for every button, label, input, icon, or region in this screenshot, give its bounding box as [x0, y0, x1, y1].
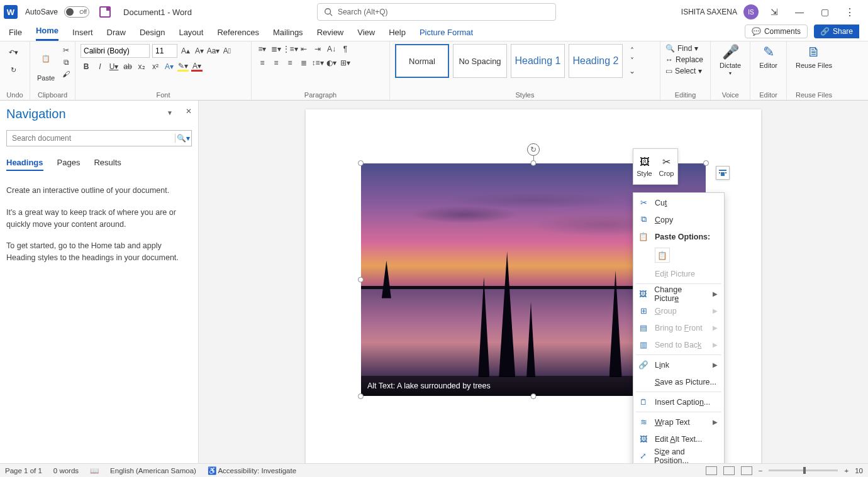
cut-button[interactable]: ✂	[60, 45, 72, 55]
ctx-link[interactable]: 🔗Link▶	[633, 356, 724, 373]
status-accessibility[interactable]: ♿ Accessibility: Investigate	[208, 466, 296, 475]
grow-font-button[interactable]: A▴	[180, 46, 191, 56]
select-button[interactable]: ▭ Select ▾	[665, 67, 703, 75]
bullets-button[interactable]: ≡▾	[257, 44, 268, 54]
share-button[interactable]: 🔗 Share	[814, 25, 859, 38]
view-print-icon[interactable]	[723, 466, 735, 475]
copy-button[interactable]: ⧉	[60, 57, 72, 67]
tab-mailings[interactable]: Mailings	[273, 28, 303, 41]
superscript-button[interactable]: x²	[150, 62, 161, 72]
clear-format-button[interactable]: A⃠	[221, 46, 233, 56]
status-page[interactable]: Page 1 of 1	[5, 467, 42, 474]
view-web-icon[interactable]	[741, 466, 752, 475]
ribbon-mode-icon[interactable]: ⇲	[765, 7, 784, 17]
tab-references[interactable]: References	[217, 28, 259, 41]
styles-expand[interactable]: ⌄	[626, 66, 638, 76]
format-painter-button[interactable]: 🖌	[60, 69, 72, 79]
tab-file[interactable]: File	[9, 28, 22, 41]
ctx-cut[interactable]: ✂Cut	[633, 194, 724, 211]
resize-handle-b[interactable]	[531, 393, 537, 399]
resize-handle-tl[interactable]	[358, 160, 364, 166]
save-icon[interactable]	[99, 6, 111, 18]
undo-button[interactable]: ↶▾	[5, 44, 21, 60]
style-nospacing[interactable]: No Spacing	[453, 44, 507, 78]
subscript-button[interactable]: x₂	[136, 62, 147, 72]
find-button[interactable]: 🔍 Find ▾	[665, 44, 703, 53]
tab-picture-format[interactable]: Picture Format	[420, 28, 473, 41]
style-heading1[interactable]: Heading 1	[511, 44, 565, 78]
italic-button[interactable]: I	[94, 62, 106, 72]
show-marks-button[interactable]: ¶	[340, 44, 351, 54]
tab-view[interactable]: View	[357, 28, 375, 41]
borders-button[interactable]: ⊞▾	[340, 58, 351, 68]
ctx-size-position[interactable]: ⤢Size and Position...	[633, 447, 724, 463]
strike-button[interactable]: ab	[122, 62, 133, 72]
tab-layout[interactable]: Layout	[179, 28, 203, 41]
nav-search-button[interactable]: 🔍▾	[175, 134, 191, 143]
numbering-button[interactable]: ≣▾	[270, 44, 282, 54]
editor-button[interactable]: ✎Editor	[755, 44, 781, 69]
ctx-wrap-text[interactable]: ≋Wrap Text▶	[633, 414, 724, 430]
inc-indent-button[interactable]: ⇥	[312, 44, 323, 54]
align-right-button[interactable]: ≡	[284, 58, 296, 68]
ctx-change-picture[interactable]: 🖼Change Picture▶	[633, 285, 724, 302]
tab-draw[interactable]: Draw	[107, 28, 126, 41]
style-normal[interactable]: Normal	[395, 44, 449, 78]
layout-options-button[interactable]	[716, 166, 730, 180]
zoom-out-button[interactable]: −	[759, 467, 763, 474]
zoom-level[interactable]: 10	[855, 467, 863, 474]
bold-button[interactable]: B	[81, 62, 92, 72]
style-heading2[interactable]: Heading 2	[569, 44, 623, 78]
highlight-button[interactable]: ✎▾	[177, 62, 189, 72]
navigation-close-icon[interactable]: ✕	[186, 107, 192, 116]
resize-handle-t[interactable]	[531, 160, 537, 166]
font-name-select[interactable]	[81, 44, 150, 58]
view-focus-icon[interactable]	[706, 466, 717, 475]
resize-handle-tr[interactable]	[703, 160, 709, 166]
ctx-save-as-picture[interactable]: Save as Picture...	[633, 373, 724, 390]
comments-button[interactable]: 💬 Comments	[745, 25, 808, 38]
replace-button[interactable]: ↔ Replace	[665, 55, 703, 64]
status-language[interactable]: English (American Samoa)	[110, 467, 196, 474]
underline-button[interactable]: U▾	[108, 62, 120, 72]
paste-button[interactable]: 📋	[35, 44, 57, 73]
sort-button[interactable]: A↓	[326, 44, 337, 54]
nav-tab-results[interactable]: Results	[94, 158, 121, 171]
mini-style-button[interactable]: 🖼Style	[633, 149, 655, 184]
tab-review[interactable]: Review	[317, 28, 344, 41]
styles-scroll-up[interactable]: ˄	[626, 46, 638, 56]
shading-button[interactable]: ◐▾	[326, 58, 337, 68]
resize-handle-l[interactable]	[358, 277, 364, 283]
tab-design[interactable]: Design	[140, 28, 165, 41]
search-box[interactable]: Search (Alt+Q)	[317, 3, 556, 21]
avatar[interactable]: IS	[743, 4, 759, 19]
mini-crop-button[interactable]: ✂Crop	[655, 149, 677, 184]
multilevel-button[interactable]: ⋮≡▾	[284, 44, 296, 54]
redo-button[interactable]: ↻	[5, 62, 21, 78]
resize-handle-bl[interactable]	[358, 393, 364, 399]
nav-search-input[interactable]	[7, 134, 175, 143]
status-words[interactable]: 0 words	[53, 467, 79, 474]
rotate-handle[interactable]	[527, 143, 540, 156]
align-center-button[interactable]: ≡	[270, 58, 282, 68]
text-effects-button[interactable]: A▾	[164, 62, 175, 72]
minimize-button[interactable]: ―	[790, 7, 809, 17]
change-case-button[interactable]: Aa▾	[208, 46, 219, 56]
maximize-button[interactable]: ▢	[815, 7, 834, 17]
font-size-select[interactable]	[152, 44, 177, 58]
close-button[interactable]: ⋮	[840, 6, 859, 18]
justify-button[interactable]: ≣	[298, 58, 309, 68]
document-canvas[interactable]: Alt Text: A lake surrounded by trees 🖼St…	[199, 101, 868, 463]
ctx-edit-alt-text[interactable]: 🖼Edit Alt Text...	[633, 430, 724, 447]
nav-tab-pages[interactable]: Pages	[57, 158, 81, 171]
tab-help[interactable]: Help	[389, 28, 406, 41]
tab-home[interactable]: Home	[36, 26, 58, 41]
dec-indent-button[interactable]: ⇤	[298, 44, 309, 54]
dictate-button[interactable]: 🎤Dictate▾	[716, 44, 745, 76]
zoom-slider[interactable]	[769, 469, 838, 471]
shrink-font-button[interactable]: A▾	[194, 46, 205, 56]
reuse-files-button[interactable]: 🗎Reuse Files	[792, 44, 836, 69]
line-spacing-button[interactable]: ↕≡▾	[312, 58, 323, 68]
tab-insert[interactable]: Insert	[72, 28, 93, 41]
zoom-in-button[interactable]: +	[844, 467, 849, 474]
